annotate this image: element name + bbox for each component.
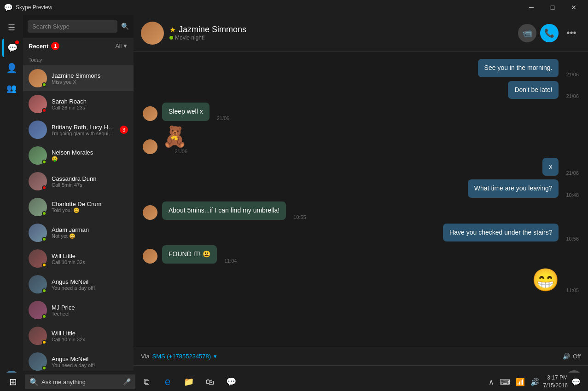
message-time: 11:05 (566, 288, 579, 293)
message-row: Don't be late!21/06 (143, 81, 579, 99)
contact-list-item[interactable]: MJ Price Teehee! (23, 297, 134, 323)
contact-list-item[interactable]: Brittany Roth, Lucy Holcomb, S... I'm go… (23, 117, 134, 143)
status-dot (42, 82, 47, 87)
chevron-up-icon[interactable]: ∧ (487, 376, 496, 388)
contact-name: Will Little (52, 253, 128, 259)
microphone-icon: 🎤 (123, 378, 131, 385)
sidebar-menu-icon[interactable]: ☰ (2, 18, 21, 37)
task-view-button[interactable]: ⧉ (136, 373, 157, 391)
sms-dropdown-icon[interactable]: ▾ (214, 353, 217, 360)
skype-taskbar-button[interactable]: 💬 (221, 373, 241, 391)
contacts-panel: 🔍 Recent 1 All ▼ Today Jazmine Simmons M… (23, 15, 134, 391)
call-button[interactable]: 📞 (540, 24, 559, 42)
start-button[interactable]: ⊞ (2, 373, 24, 391)
contact-avatar (29, 275, 47, 293)
sidebar-groups-icon[interactable]: 👥 (2, 79, 21, 98)
sms-audio-icon: 🔊 (563, 353, 570, 360)
contact-info: Brittany Roth, Lucy Holcomb, S... I'm go… (52, 124, 115, 136)
contact-list-item[interactable]: Jazmine Simmons Miss you X (23, 65, 134, 91)
message-bubble: See you in the morning. (478, 59, 559, 77)
sidebar-chat-icon[interactable]: 💬 (2, 39, 21, 57)
contact-list-item[interactable]: Will Little Call 10min 32x (23, 323, 134, 349)
contact-name: Charlotte De Crum (52, 201, 128, 207)
message-time: 21/06 (217, 115, 230, 121)
contact-info: Angus McNeil You need a day off! (52, 356, 128, 368)
message-bubble: x (542, 158, 559, 176)
network-icon[interactable]: 📶 (514, 376, 527, 388)
recent-header: Recent 1 All ▼ (23, 38, 134, 54)
contact-status-text: Call 26min 23s (52, 105, 128, 110)
contact-list-item[interactable]: Sarah Roach Call 26min 23s (23, 91, 134, 117)
contact-avatar (29, 95, 47, 113)
taskbar-right: ∧ ⌨ 📶 🔊 3:17 PM 7/15/2016 💬 (487, 374, 586, 390)
status-dot (42, 185, 47, 190)
minimize-button[interactable]: ─ (521, 0, 542, 15)
cortana-icon: 🔍 (29, 378, 39, 386)
contact-status-text: I'm going glam with sequins. See you h..… (52, 131, 115, 136)
sms-via-label: Via (141, 353, 150, 360)
keyboard-icon[interactable]: ⌨ (498, 376, 512, 388)
status-dot (42, 366, 47, 370)
contact-name: Jazmine Simmons (52, 72, 128, 79)
explorer-button[interactable]: 📁 (179, 373, 199, 391)
contact-name: Angus McNeil (52, 278, 128, 285)
video-call-button[interactable]: 📹 (518, 24, 536, 42)
contact-name: Nelson Morales (52, 149, 128, 156)
contact-status-text: Call 5min 47s (52, 182, 128, 188)
taskbar-search-placeholder: Ask me anything (41, 379, 86, 385)
message-bubble: Sleep well x (162, 103, 210, 121)
chat-header-info: ★ Jazmine Simmons Movie night! (169, 25, 246, 41)
status-dot (42, 160, 47, 164)
contact-status-text: You need a day off! (52, 285, 128, 291)
close-button[interactable]: ✕ (563, 0, 584, 15)
store-button[interactable]: 🛍 (200, 373, 220, 391)
search-icon: 🔍 (121, 23, 129, 30)
more-options-button[interactable]: ••• (562, 24, 581, 42)
recent-label: Recent (29, 43, 48, 50)
contact-avatar (29, 327, 47, 345)
contact-status-text: 🤑 (52, 156, 128, 162)
status-dot (42, 263, 47, 267)
contact-status-text: Told you! 😊 (52, 207, 128, 213)
message-row: Have you checked under the stairs?10:56 (143, 224, 579, 242)
message-bubble: FOUND IT! 😃 (162, 245, 217, 264)
contact-list-item[interactable]: Angus McNeil You need a day off! (23, 349, 134, 371)
contact-status-text: Teehee! (52, 311, 128, 316)
contact-info: Sarah Roach Call 26min 23s (52, 98, 128, 110)
message-row: 🧸21/06 (143, 125, 579, 154)
contact-list-item[interactable]: Cassandra Dunn Call 5min 47s (23, 168, 134, 194)
search-input[interactable] (28, 20, 117, 33)
contact-list-item[interactable]: Angus McNeil You need a day off! (23, 271, 134, 297)
contact-name: Adam Jarman (52, 226, 128, 233)
recent-filter[interactable]: All ▼ (116, 43, 128, 49)
status-dot (42, 340, 47, 345)
notification-icon[interactable]: 💬 (570, 376, 582, 388)
sms-number-link[interactable]: SMS (+17855234578) (152, 353, 211, 360)
maximize-button[interactable]: □ (542, 0, 563, 15)
edge-button[interactable]: e (157, 373, 178, 391)
contact-list-item[interactable]: Will Little Call 10min 32s (23, 246, 134, 271)
contact-avatar (29, 146, 47, 165)
online-status-dot (169, 36, 173, 40)
contact-status-text: You need a day off! (52, 362, 128, 368)
message-time: 21/06 (566, 170, 579, 176)
taskbar-search[interactable]: 🔍 Ask me anything 🎤 (25, 374, 135, 389)
chat-header: ★ Jazmine Simmons Movie night! 📹 📞 ••• (134, 15, 588, 52)
filter-chevron-icon: ▼ (122, 43, 128, 49)
sidebar-contacts-icon[interactable]: 👤 (2, 59, 21, 77)
message-time: 21/06 (175, 149, 187, 154)
contact-name: Will Little (52, 330, 128, 337)
contact-list-item[interactable]: Nelson Morales 🤑 (23, 143, 134, 168)
contact-avatar (29, 69, 47, 87)
status-dot (42, 314, 47, 319)
chat-header-right: 📹 📞 ••• (518, 24, 581, 42)
app-icon: 💬 (4, 3, 13, 12)
contact-list-item[interactable]: Adam Jarman Not yet 😄 (23, 220, 134, 246)
contact-avatar (29, 121, 47, 139)
message-bubble: What time are you leaving? (468, 179, 559, 198)
volume-icon[interactable]: 🔊 (529, 376, 541, 388)
contact-avatar (29, 172, 47, 190)
message-avatar (143, 249, 157, 264)
taskbar-clock: 3:17 PM 7/15/2016 (543, 374, 568, 390)
contact-list-item[interactable]: Charlotte De Crum Told you! 😊 (23, 194, 134, 220)
